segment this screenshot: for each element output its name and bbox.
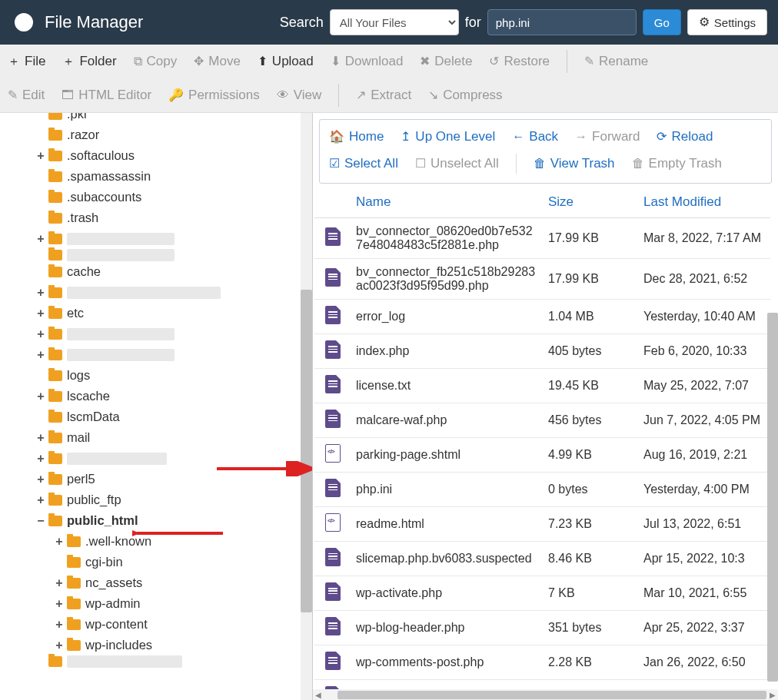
expander-icon[interactable]: +: [35, 323, 46, 344]
expander-icon[interactable]: −: [35, 510, 46, 531]
file-button[interactable]: ＋File: [8, 54, 45, 69]
search-scope-select[interactable]: All Your Files: [330, 9, 459, 35]
expander-icon[interactable]: +: [35, 344, 46, 365]
file-row[interactable]: parking-page.shtml4.99 KBAug 16, 2019, 2…: [314, 438, 770, 473]
tree-node[interactable]: [0, 249, 312, 261]
expander-icon[interactable]: +: [35, 145, 46, 166]
expander-icon[interactable]: +: [35, 448, 46, 469]
html-editor-button[interactable]: 🗔HTML Editor: [62, 88, 151, 103]
expander-icon[interactable]: +: [35, 228, 46, 249]
move-button[interactable]: ✥Move: [194, 54, 241, 69]
file-row[interactable]: wp-blog-header.php351 bytesApr 25, 2022,…: [314, 611, 770, 645]
go-button[interactable]: Go: [643, 9, 681, 35]
expander-icon[interactable]: +: [35, 303, 46, 323]
file-row[interactable]: bv_connector_08620ed0b7e5327e48048483c5f…: [314, 218, 770, 259]
expander-icon[interactable]: +: [35, 469, 46, 489]
empty-trash-button[interactable]: 🗑Empty Trash: [632, 156, 722, 171]
tree-node[interactable]: cache: [0, 261, 312, 282]
tree-scrollbar[interactable]: [301, 113, 312, 700]
expander-icon[interactable]: +: [35, 489, 46, 510]
extract-button[interactable]: ↗Extract: [356, 88, 411, 103]
col-size[interactable]: Size: [542, 187, 637, 218]
select-all-button[interactable]: ☑Select All: [329, 156, 398, 171]
tree-node[interactable]: lscmData: [0, 406, 312, 427]
file-list-scrollbar[interactable]: [767, 313, 778, 682]
copy-button[interactable]: ⧉Copy: [134, 54, 178, 69]
back-button[interactable]: ←Back: [512, 129, 558, 144]
horizontal-scrollbar[interactable]: ◀ ▶: [313, 689, 778, 700]
file-row[interactable]: readme.html7.23 KBJul 13, 2022, 6:51: [314, 507, 770, 542]
tree-node[interactable]: +lscache: [0, 386, 312, 406]
folder-button[interactable]: ＋Folder: [62, 54, 116, 69]
view-trash-button[interactable]: 🗑View Trash: [534, 156, 615, 171]
file-row[interactable]: index.php405 bytesFeb 6, 2020, 10:33: [314, 334, 770, 369]
tree-node[interactable]: +: [0, 228, 312, 249]
file-row[interactable]: license.txt19.45 KBMay 25, 2022, 7:07: [314, 369, 770, 403]
text-file-icon: [325, 617, 341, 635]
expander-icon[interactable]: +: [35, 282, 46, 303]
scroll-right-arrow-icon[interactable]: ▶: [766, 689, 778, 700]
restore-button[interactable]: ↺Restore: [489, 54, 550, 69]
file-size: 0 bytes: [542, 473, 637, 507]
scrollbar-thumb[interactable]: [337, 691, 766, 699]
tree-node[interactable]: .trash: [0, 207, 312, 228]
tree-node[interactable]: .subaccounts: [0, 187, 312, 207]
file-row[interactable]: error_log1.04 MBYesterday, 10:40 AM: [314, 300, 770, 334]
file-modified: Yesterday, 4:00 PM: [637, 473, 770, 507]
rename-button[interactable]: ✎Rename: [584, 54, 648, 69]
file-row[interactable]: slicemap.php.bv6083.suspected8.46 KBApr …: [314, 542, 770, 576]
download-button[interactable]: ⬇Download: [331, 54, 404, 69]
tree-node[interactable]: +wp-includes: [0, 635, 312, 655]
scrollbar-thumb[interactable]: [301, 290, 312, 612]
tree-node[interactable]: +etc: [0, 303, 312, 323]
tree-node[interactable]: +: [0, 344, 312, 365]
expander-icon[interactable]: +: [54, 614, 65, 635]
file-row[interactable]: wp-activate.php7 KBMar 10, 2021, 6:55: [314, 576, 770, 611]
expander-icon[interactable]: +: [35, 427, 46, 448]
col-icon[interactable]: [314, 187, 350, 218]
home-button[interactable]: 🏠Home: [329, 129, 384, 144]
search-input[interactable]: [487, 9, 637, 35]
expander-icon[interactable]: +: [54, 593, 65, 614]
compress-button[interactable]: ↘Compress: [428, 88, 502, 103]
tree-node[interactable]: +.softaculous: [0, 145, 312, 166]
forward-button[interactable]: →Forward: [575, 129, 640, 144]
tree-node[interactable]: +nc_assets: [0, 572, 312, 593]
upload-button[interactable]: ⬆Upload: [258, 54, 314, 69]
settings-button[interactable]: ⚙ Settings: [687, 9, 767, 35]
delete-button[interactable]: ✖Delete: [420, 54, 472, 69]
tree-node[interactable]: cgi-bin: [0, 552, 312, 572]
col-name[interactable]: Name: [350, 187, 542, 218]
tree-node[interactable]: .razor: [0, 124, 312, 145]
file-row[interactable]: wp-comments-post.php2.28 KBJan 26, 2022,…: [314, 645, 770, 680]
expander-icon[interactable]: +: [54, 635, 65, 655]
tree-node[interactable]: +wp-admin: [0, 593, 312, 614]
tree-node[interactable]: +public_ftp: [0, 489, 312, 510]
up-one-level-button[interactable]: ↥Up One Level: [401, 129, 495, 144]
scroll-left-arrow-icon[interactable]: ◀: [313, 689, 324, 700]
view-button[interactable]: 👁View: [277, 88, 322, 103]
expander-icon[interactable]: +: [54, 572, 65, 593]
file-row[interactable]: malcare-waf.php456 bytesJun 7, 2022, 4:0…: [314, 403, 770, 438]
nav-box: 🏠Home ↥Up One Level ←Back →Forward ⟳Relo…: [319, 119, 772, 184]
tree-node[interactable]: +: [0, 323, 312, 344]
tree-node[interactable]: .spamassassin: [0, 166, 312, 187]
expander-icon[interactable]: +: [35, 386, 46, 406]
folder-icon: [48, 350, 62, 360]
tree-node[interactable]: .pki: [0, 113, 312, 124]
tree-node[interactable]: logs: [0, 365, 312, 386]
tree-node[interactable]: [0, 655, 312, 668]
tree-node[interactable]: +: [0, 282, 312, 303]
expander-icon[interactable]: +: [54, 531, 65, 552]
folder-tree[interactable]: .pki.razor+.softaculous.spamassassin.sub…: [0, 113, 312, 668]
edit-button[interactable]: ✎Edit: [8, 88, 45, 103]
file-row[interactable]: php.ini0 bytesYesterday, 4:00 PM: [314, 473, 770, 507]
permissions-button[interactable]: 🔑Permissions: [168, 88, 260, 103]
tree-node[interactable]: +mail: [0, 427, 312, 448]
tree-node[interactable]: +wp-content: [0, 614, 312, 635]
unselect-all-button[interactable]: ☐Unselect All: [415, 156, 499, 171]
redacted-label: [67, 655, 182, 668]
col-modified[interactable]: Last Modified: [637, 187, 770, 218]
file-row[interactable]: bv_connector_fb251c518b29283ac0023f3d95f…: [314, 259, 770, 300]
reload-button[interactable]: ⟳Reload: [657, 129, 713, 144]
